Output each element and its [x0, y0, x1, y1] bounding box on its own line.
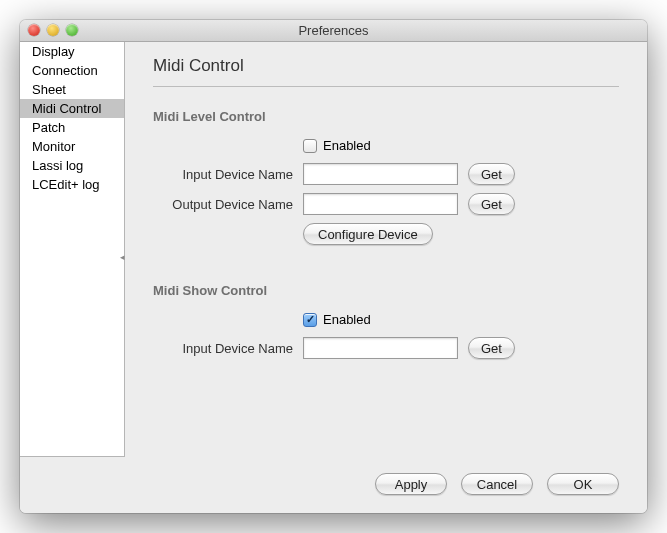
sidebar-item-sheet[interactable]: Sheet [20, 80, 124, 99]
show-enabled-checkbox[interactable] [303, 313, 317, 327]
traffic-lights [28, 24, 78, 36]
level-input-get-button[interactable]: Get [468, 163, 515, 185]
zoom-icon[interactable] [66, 24, 78, 36]
sidebar-item-patch[interactable]: Patch [20, 118, 124, 137]
sidebar-item-lcedit-log[interactable]: LCEdit+ log [20, 175, 124, 194]
show-input-get-button[interactable]: Get [468, 337, 515, 359]
level-output-device-field[interactable] [303, 193, 458, 215]
sidebar: DisplayConnectionSheetMidi ControlPatchM… [20, 42, 125, 457]
apply-button[interactable]: Apply [375, 473, 447, 495]
window-title: Preferences [298, 23, 368, 38]
main-panel: Midi Control Midi Level Control Enabled … [125, 42, 647, 457]
sidebar-item-lassi-log[interactable]: Lassi log [20, 156, 124, 175]
level-enabled-label: Enabled [323, 138, 371, 153]
minimize-icon[interactable] [47, 24, 59, 36]
page-title: Midi Control [153, 56, 619, 76]
level-section-title: Midi Level Control [153, 109, 619, 124]
configure-device-button[interactable]: Configure Device [303, 223, 433, 245]
sidebar-item-connection[interactable]: Connection [20, 61, 124, 80]
dialog-footer: Apply Cancel OK [20, 457, 647, 513]
divider [153, 86, 619, 87]
ok-button[interactable]: OK [547, 473, 619, 495]
preferences-window: Preferences DisplayConnectionSheetMidi C… [20, 20, 647, 513]
titlebar: Preferences [20, 20, 647, 42]
close-icon[interactable] [28, 24, 40, 36]
cancel-button[interactable]: Cancel [461, 473, 533, 495]
show-input-device-field[interactable] [303, 337, 458, 359]
level-output-get-button[interactable]: Get [468, 193, 515, 215]
sidebar-item-display[interactable]: Display [20, 42, 124, 61]
sidebar-item-midi-control[interactable]: Midi Control [20, 99, 124, 118]
show-section-title: Midi Show Control [153, 283, 619, 298]
level-input-device-field[interactable] [303, 163, 458, 185]
level-input-label: Input Device Name [153, 167, 303, 182]
show-enabled-label: Enabled [323, 312, 371, 327]
show-input-label: Input Device Name [153, 341, 303, 356]
collapse-handle-icon[interactable]: ◂ [120, 252, 125, 262]
level-output-label: Output Device Name [153, 197, 303, 212]
sidebar-item-monitor[interactable]: Monitor [20, 137, 124, 156]
level-enabled-checkbox[interactable] [303, 139, 317, 153]
